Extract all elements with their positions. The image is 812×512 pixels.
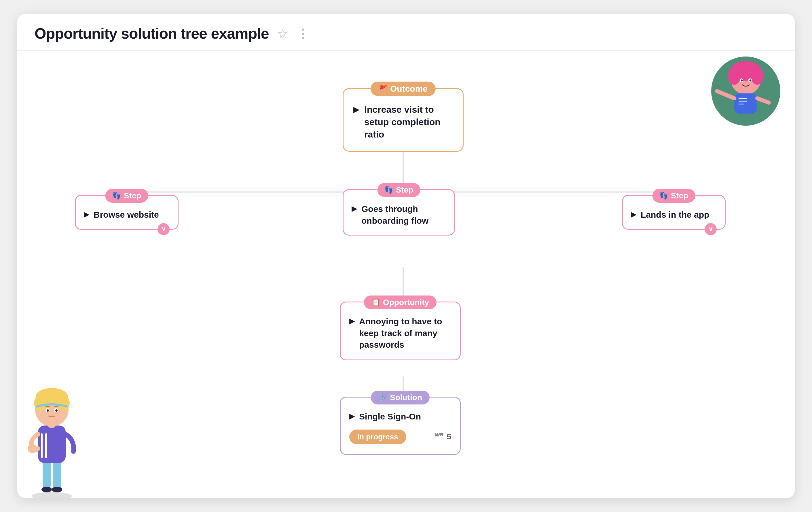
step-browse-node: 👣 Step ▶ Browse website ∨ (75, 195, 178, 230)
outcome-label: 🚩 Outcome (371, 82, 436, 96)
svg-point-21 (751, 64, 755, 69)
step-browse-text: Browse website (94, 209, 159, 221)
opportunity-node: 📋 Opportunity ▶ Annoying to have to keep… (340, 301, 461, 360)
svg-point-25 (32, 492, 72, 498)
decorative-character-boy (17, 356, 86, 498)
solution-footer: In progress ❝❞ 5 (349, 427, 451, 448)
opportunity-label: 📋 Opportunity (364, 296, 437, 309)
solution-label: 🔗 Solution (371, 390, 430, 404)
svg-rect-27 (53, 460, 61, 489)
menu-icon[interactable]: ⋮ (296, 26, 309, 41)
opportunity-text: Annoying to have to keep track of many p… (359, 316, 451, 351)
svg-rect-17 (734, 93, 757, 114)
step-onboarding-label: 👣 Step (377, 183, 420, 197)
decorative-character-girl (708, 54, 783, 129)
titlebar: Opportunity solution tree example ☆ ⋮ (17, 14, 795, 51)
step-browse-icon: 👣 (112, 192, 121, 200)
step-lands-expand-icon[interactable]: ▶ (631, 210, 637, 219)
comment-count-container: ❝❞ 5 (434, 431, 451, 442)
step-onboarding-node: 👣 Step ▶ Goes through onboarding flow (343, 189, 455, 236)
step-lands-text: Lands in the app (641, 209, 709, 221)
solution-text: Single Sign-On (359, 411, 421, 423)
solution-expand-icon[interactable]: ▶ (349, 412, 355, 421)
svg-point-29 (52, 487, 62, 492)
svg-point-36 (34, 396, 47, 410)
star-icon[interactable]: ☆ (277, 26, 288, 41)
outcome-expand-icon[interactable]: ▶ (353, 105, 360, 114)
opportunity-expand-icon[interactable]: ▶ (349, 317, 355, 325)
svg-point-37 (57, 396, 70, 410)
step-lands-chevron[interactable]: ∨ (704, 223, 717, 235)
svg-point-42 (28, 444, 37, 453)
outcome-text: Increase visit to setup completion ratio (364, 104, 453, 141)
step-lands-node: 👣 Step ▶ Lands in the app ∨ (622, 195, 726, 230)
solution-icon: 🔗 (378, 394, 387, 402)
status-badge[interactable]: In progress (349, 430, 406, 444)
step-onboarding-icon: 👣 (384, 186, 393, 194)
comment-icon: ❝❞ (434, 431, 444, 442)
step-onboarding-text: Goes through onboarding flow (361, 203, 446, 226)
outcome-node: 🚩 Outcome ▶ Increase visit to setup comp… (343, 88, 464, 152)
svg-point-41 (55, 409, 58, 412)
outcome-icon: 🚩 (379, 85, 387, 93)
step-lands-label: 👣 Step (652, 189, 695, 203)
canvas: 🚩 Outcome ▶ Increase visit to setup comp… (17, 51, 795, 498)
comment-count: 5 (446, 432, 451, 441)
solution-node: 🔗 Solution ▶ Single Sign-On In progress … (340, 397, 461, 455)
app-window: Opportunity solution tree example ☆ ⋮ (17, 14, 795, 498)
step-browse-chevron[interactable]: ∨ (157, 223, 170, 235)
step-browse-label: 👣 Step (106, 189, 148, 203)
svg-point-15 (741, 80, 743, 82)
svg-point-28 (41, 487, 52, 492)
step-onboarding-expand-icon[interactable]: ▶ (352, 204, 357, 213)
page-title: Opportunity solution tree example (34, 25, 269, 42)
svg-point-16 (750, 80, 752, 82)
svg-rect-26 (42, 460, 51, 489)
step-lands-icon: 👣 (659, 192, 668, 200)
opportunity-icon: 📋 (372, 298, 380, 306)
svg-point-40 (47, 409, 49, 412)
step-browse-expand-icon[interactable]: ▶ (84, 210, 90, 219)
